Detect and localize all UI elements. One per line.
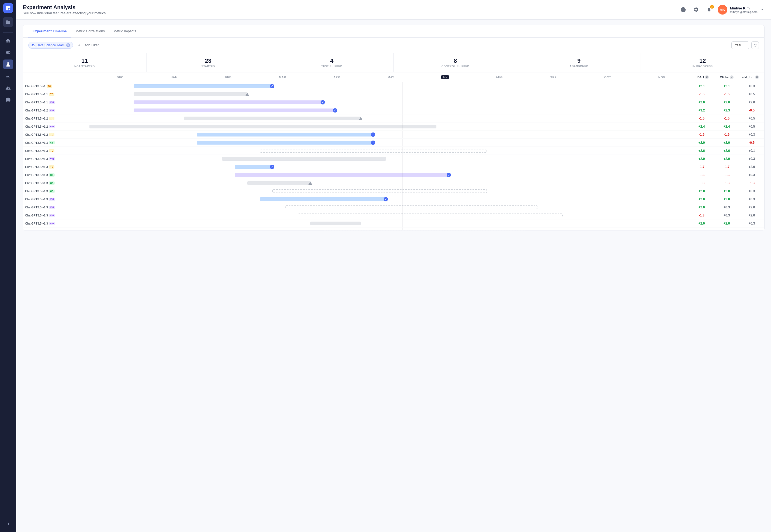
- timeline-row[interactable]: ChatGPT3.5 v1.3CS✓: [23, 171, 689, 179]
- filters-left: Data Science Team ✕ + Add Filter: [28, 42, 101, 49]
- timeline-row[interactable]: ChatGPT3.5 v1.3VM✓: [23, 195, 689, 203]
- sidebar-analytics-icon[interactable]: [3, 71, 13, 81]
- team-icon: [31, 43, 35, 47]
- row-name: ChatGPT3.5 v1.2: [25, 125, 48, 128]
- sidebar-users-icon[interactable]: [3, 83, 13, 93]
- settings-icon[interactable]: [692, 5, 700, 14]
- timeline-row[interactable]: ChatGPT3.5 v1.1VM✓: [23, 98, 689, 106]
- row-label: ChatGPT3.5 v1.3VM: [23, 157, 58, 160]
- notification-badge: 3: [710, 5, 714, 9]
- bar-check-icon: ✓: [447, 173, 451, 177]
- today-line: [402, 227, 403, 230]
- header-actions: 3 MK Minhye Kim minhye@statsig.com: [679, 5, 765, 15]
- sidebar-collapse-icon[interactable]: [3, 519, 13, 529]
- user-menu[interactable]: MK Minhye Kim minhye@statsig.com: [718, 5, 765, 15]
- sidebar: [0, 0, 16, 532]
- bar-check-icon: ✓: [333, 108, 337, 113]
- tab-metric-impacts[interactable]: Metric Impacts: [109, 25, 141, 37]
- row-name: ChatGPT3.5 v1.1: [25, 101, 48, 104]
- today-line: [402, 106, 403, 114]
- gantt-area: ✓: [58, 106, 689, 114]
- timeline-row[interactable]: ChatGPT3.5 v1.3VM: [23, 211, 689, 219]
- addto-value: +2.0: [739, 165, 764, 169]
- dau-value: +2.0: [689, 197, 714, 201]
- refresh-button[interactable]: [751, 41, 759, 49]
- notifications-icon[interactable]: 3: [705, 5, 713, 14]
- stat-control-shipped: 8 CONTROL SHIPPED: [394, 53, 517, 72]
- sidebar-flask-icon[interactable]: [3, 59, 13, 69]
- timeline-row[interactable]: ChatGPT3.5 v1.3TC✓: [23, 163, 689, 171]
- gantt-area: [58, 123, 689, 130]
- gantt-bar: ✓: [134, 84, 272, 88]
- sidebar-toggles-icon[interactable]: [3, 48, 13, 57]
- row-label: ChatGPT3.5 v1.3TC: [23, 165, 58, 169]
- filter-remove-button[interactable]: ✕: [66, 43, 70, 47]
- dau-value: -1.3: [689, 173, 714, 177]
- addto-close-button[interactable]: ✕: [755, 75, 759, 79]
- tabs-bar: Experiment Timeline Metric Correlations …: [23, 25, 764, 38]
- row-label: ChatGPT3.5 v1.2VM: [23, 125, 58, 128]
- gantt-bar: ✓: [197, 141, 373, 145]
- clicks-close-button[interactable]: ✕: [730, 75, 734, 79]
- gantt-area: [58, 203, 689, 211]
- dau-value: +2.0: [689, 141, 714, 145]
- tab-metric-correlations[interactable]: Metric Correlations: [71, 25, 109, 37]
- gantt-section: DECJANFEBMARAPRMAY6/5AUGSEPOCTNOV ChatGP…: [23, 72, 689, 230]
- dau-close-button[interactable]: ✕: [705, 75, 709, 79]
- timeline-row[interactable]: ChatGPT3.5 v1.3VM: [23, 155, 689, 163]
- metric-row: +2.1+2.1+0.3: [689, 82, 764, 90]
- timeline-row[interactable]: ChatGPT3.5 v1.3VM: [23, 219, 689, 227]
- addto-value: +0.3: [739, 189, 764, 193]
- folder-icon[interactable]: [3, 17, 13, 27]
- help-icon[interactable]: [679, 5, 688, 14]
- timeline-row[interactable]: ChatGPT3.5 v1.2TC: [23, 114, 689, 123]
- row-name: ChatGPT3.5 v1.3: [25, 173, 48, 177]
- gantt-bar: [272, 189, 487, 193]
- timeline-row[interactable]: ChatGPT3.5 v1.3CS: [23, 179, 689, 187]
- year-selector[interactable]: Year: [731, 41, 749, 49]
- year-label: Year: [735, 43, 741, 47]
- timeline-row[interactable]: ChatGPT3.5 v1.3CS: [23, 187, 689, 195]
- row-label: ChatGPT3.5 v1.3CS: [23, 141, 58, 144]
- timeline-row[interactable]: ChatGPT3.5 v1.2VM✓: [23, 106, 689, 114]
- timeline-row[interactable]: ChatGPT3.5 v1.4VM: [23, 227, 689, 230]
- gantt-bar: [260, 149, 487, 153]
- timeline-row[interactable]: ChatGPT3.5 v1.3VM: [23, 203, 689, 211]
- sidebar-home-icon[interactable]: [3, 36, 13, 45]
- avatar: MK: [718, 5, 727, 15]
- gantt-bar: ✓: [134, 100, 323, 104]
- addto-value: +0.3: [739, 173, 764, 177]
- addto-value: -0.5: [739, 109, 764, 112]
- clicks-value: +2.6: [714, 149, 739, 153]
- row-label: ChatGPT3.5 v1.1VM: [23, 101, 58, 104]
- gantt-area: ✓: [58, 163, 689, 171]
- timeline-row[interactable]: ChatGPT3.5 v1.3CS✓: [23, 139, 689, 147]
- timeline-row[interactable]: ChatGPT3.5 v1.2VM: [23, 123, 689, 131]
- row-tag: VM: [49, 206, 55, 209]
- metric-row: +3.2+2.3-0.5: [689, 106, 764, 114]
- gantt-bar: [184, 117, 361, 120]
- add-filter-button[interactable]: + Add Filter: [75, 42, 101, 48]
- today-line: [402, 163, 403, 171]
- row-name: ChatGPT3.5 v1: [25, 85, 46, 88]
- month-col-sep: SEP: [526, 72, 581, 82]
- app-logo[interactable]: [3, 3, 13, 13]
- row-tag: CS: [49, 173, 55, 177]
- timeline-row[interactable]: ChatGPT3.5 v1.2TC✓: [23, 131, 689, 139]
- year-chevron-icon: [742, 44, 746, 47]
- clicks-value: -1.5: [714, 117, 739, 120]
- addto-value: +0.3: [739, 222, 764, 225]
- sidebar-database-icon[interactable]: [3, 95, 13, 105]
- gantt-area: ✓: [58, 171, 689, 179]
- team-filter-chip[interactable]: Data Science Team ✕: [28, 42, 73, 49]
- tab-experiment-timeline[interactable]: Experiment Timeline: [28, 25, 71, 37]
- timeline-row[interactable]: ChatGPT3.5 v1.1TC: [23, 90, 689, 98]
- row-label: ChatGPT3.5 v1.2VM: [23, 109, 58, 112]
- gantt-area: [58, 147, 689, 155]
- row-name: ChatGPT3.5 v1.3: [25, 165, 48, 169]
- clicks-value: -1.3: [714, 181, 739, 185]
- timeline-row[interactable]: ChatGPT3.5 v1TC✓: [23, 82, 689, 90]
- row-tag: VM: [49, 230, 55, 230]
- page-body: Experiment Timeline Metric Correlations …: [16, 20, 771, 532]
- timeline-row[interactable]: ChatGPT3.5 v1.3TC: [23, 147, 689, 155]
